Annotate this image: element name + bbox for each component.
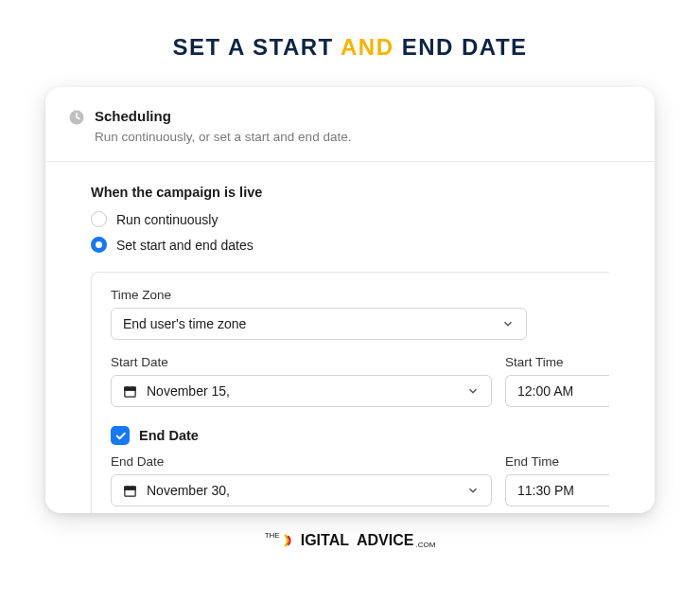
svg-rect-2 xyxy=(125,387,135,390)
end-date-select[interactable]: November 30, xyxy=(111,474,492,506)
start-date-select[interactable]: November 15, xyxy=(111,375,492,407)
footer-the: THE xyxy=(265,531,280,540)
footer-com: .COM xyxy=(415,541,435,549)
chevron-down-icon xyxy=(466,384,480,398)
footer-logo: THE IGITAL ADVICE .COM xyxy=(0,532,700,549)
start-time-label: Start Time xyxy=(505,355,609,369)
live-section: When the campaign is live Run continuous… xyxy=(45,185,655,513)
card-title: Scheduling xyxy=(95,108,632,124)
end-date-label: End Date xyxy=(111,454,492,469)
end-date-checkbox[interactable]: End Date xyxy=(111,426,609,445)
end-time-value: 11:30 PM xyxy=(517,483,574,498)
radio-icon xyxy=(91,211,107,227)
timezone-select[interactable]: End user's time zone xyxy=(111,308,527,340)
calendar-icon xyxy=(123,384,137,399)
radio-icon-selected xyxy=(91,237,107,253)
calendar-icon xyxy=(123,484,137,498)
timezone-label: Time Zone xyxy=(111,288,527,302)
footer-brand1: IGITAL xyxy=(301,532,349,549)
card-header: Scheduling Run continuously, or set a st… xyxy=(45,108,655,161)
end-time-input[interactable]: 11:30 PM xyxy=(505,474,609,506)
heading-part1: SET A START xyxy=(172,34,341,60)
start-time-value: 12:00 AM xyxy=(517,383,573,399)
timezone-value: End user's time zone xyxy=(123,316,501,331)
start-date-value: November 15, xyxy=(147,383,457,399)
heading-accent: AND xyxy=(341,34,394,60)
clock-icon xyxy=(68,109,85,126)
end-date-checkbox-label: End Date xyxy=(139,428,199,443)
radio-set-dates[interactable]: Set start and end dates xyxy=(91,237,609,253)
radio-label-dates: Set start and end dates xyxy=(116,238,254,253)
live-label: When the campaign is live xyxy=(91,185,609,200)
logo-mark-icon xyxy=(282,532,299,549)
date-fields-box: Time Zone End user's time zone Start Dat… xyxy=(91,272,609,513)
start-time-input[interactable]: 12:00 AM xyxy=(505,375,609,407)
page-heading: SET A START AND END DATE xyxy=(0,0,700,87)
scheduling-card: Scheduling Run continuously, or set a st… xyxy=(45,87,655,513)
chevron-down-icon xyxy=(501,317,515,330)
checkbox-checked-icon xyxy=(111,426,130,445)
radio-run-continuously[interactable]: Run continuously xyxy=(91,211,609,227)
footer-brand2: ADVICE xyxy=(357,532,413,549)
end-time-label: End Time xyxy=(505,454,609,469)
svg-rect-6 xyxy=(125,487,135,489)
chevron-down-icon xyxy=(466,484,480,497)
end-date-value: November 30, xyxy=(147,483,457,498)
card-subtitle: Run continuously, or set a start and end… xyxy=(95,130,632,144)
radio-label-continuous: Run continuously xyxy=(116,212,218,227)
heading-part2: END DATE xyxy=(394,34,528,60)
start-date-label: Start Date xyxy=(111,355,492,369)
divider xyxy=(45,161,655,162)
